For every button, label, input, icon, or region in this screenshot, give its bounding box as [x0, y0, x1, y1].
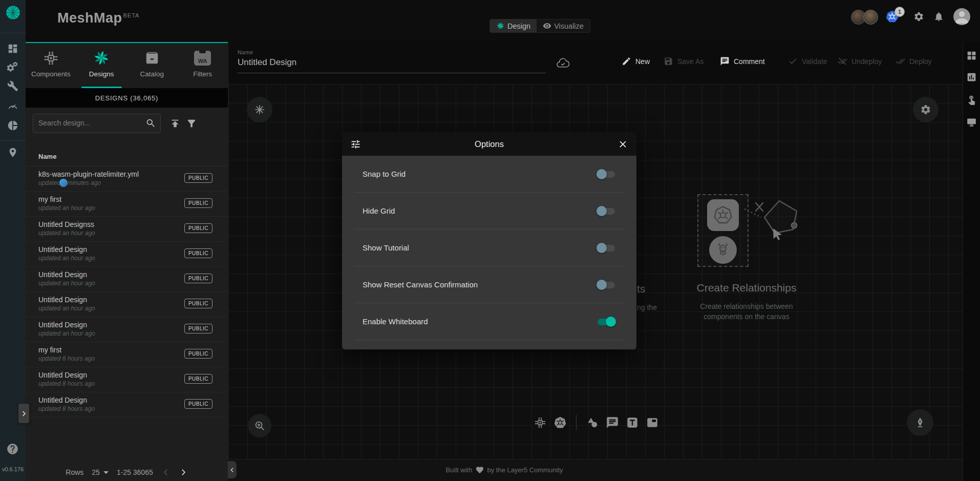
- snowflake-button[interactable]: [247, 97, 272, 122]
- options-modal: Options Snap to Grid Hide Grid Show Tuto…: [342, 132, 636, 349]
- app-name: MeshMap: [57, 10, 122, 26]
- design-mode-label: Design: [507, 22, 530, 30]
- tab-visualize-mode[interactable]: Visualize: [537, 19, 590, 32]
- zoom-button[interactable]: [248, 414, 271, 437]
- wasm-filters-icon: WA: [194, 49, 211, 67]
- catalog-archive-icon: [144, 49, 160, 67]
- floppy-save-icon: [664, 56, 673, 66]
- collaborator-avatar-2[interactable]: [863, 10, 878, 25]
- heart-icon: [475, 466, 484, 474]
- filter-funnel-icon[interactable]: [186, 118, 197, 129]
- text-tool-icon[interactable]: [626, 416, 639, 429]
- undeploy-button-label: Undeploy: [851, 57, 882, 66]
- lifecycle-gears-icon[interactable]: [7, 62, 18, 73]
- touch-icon[interactable]: [966, 94, 977, 105]
- monitor-icon[interactable]: [966, 117, 977, 128]
- bar-chart-icon[interactable]: [966, 72, 977, 82]
- help-icon[interactable]: [6, 443, 19, 455]
- performance-gauge-icon[interactable]: [7, 100, 18, 112]
- panel-expand-chevron[interactable]: [18, 404, 29, 423]
- option-label: Show Reset Canvas Confirmation: [363, 280, 478, 289]
- undeploy-button[interactable]: Undeploy: [838, 56, 882, 66]
- layer5-logo[interactable]: [5, 5, 21, 20]
- rows-per-page-value: 25: [92, 468, 100, 476]
- kubernetes-icon[interactable]: [553, 416, 567, 429]
- upload-design-icon[interactable]: [169, 118, 181, 129]
- show-tutorial-toggle[interactable]: [596, 242, 616, 254]
- components-icon[interactable]: [534, 416, 547, 429]
- bell-icon[interactable]: [933, 11, 944, 22]
- image-tool-icon[interactable]: [646, 416, 659, 429]
- show-reset-canvas-confirmation-toggle[interactable]: [596, 279, 616, 290]
- app-title: MeshMapBETA: [57, 10, 139, 26]
- design-list-item[interactable]: Untitled Designupdated an hour agoPUBLIC: [26, 317, 228, 342]
- enable-whiteboard-toggle[interactable]: [596, 316, 616, 327]
- page-next-button[interactable]: [179, 468, 188, 477]
- design-list-item[interactable]: Untitled Designupdated an hour agoPUBLIC: [26, 267, 228, 292]
- tab-filters[interactable]: WA Filters: [177, 43, 228, 88]
- design-list-item[interactable]: my firstupdated an hour agoPUBLIC: [26, 192, 228, 217]
- tab-components-label: Components: [31, 70, 71, 78]
- design-list-item[interactable]: Untitled Designupdated an hour agoPUBLIC: [26, 292, 228, 317]
- visibility-badge: PUBLIC: [184, 274, 212, 283]
- new-button[interactable]: New: [622, 56, 650, 66]
- design-list-item[interactable]: Untitled Designupdated 8 hours agoPUBLIC: [26, 392, 228, 417]
- design-name-input[interactable]: [238, 57, 546, 73]
- tab-catalog-label: Catalog: [140, 70, 164, 78]
- kubernetes-context-badge: 1: [894, 7, 905, 17]
- options-modal-header: Options: [342, 132, 636, 156]
- comment-icon[interactable]: [606, 416, 619, 429]
- components-icon: [42, 49, 59, 67]
- tab-design-mode[interactable]: Design: [490, 19, 537, 32]
- user-avatar-button[interactable]: [953, 8, 970, 25]
- design-list-item[interactable]: Untitled Designupdated 8 hours agoPUBLIC: [26, 367, 228, 392]
- option-label: Enable Whiteboard: [363, 317, 428, 326]
- search-icon[interactable]: [145, 118, 156, 129]
- tab-components[interactable]: Components: [26, 43, 76, 88]
- grid-view-icon[interactable]: [966, 50, 977, 61]
- meshmap-app: MeshMapBETA Design: [0, 0, 980, 481]
- dashboard-icon[interactable]: [7, 43, 18, 54]
- creature-node-icon: [709, 236, 737, 264]
- option-row-enable-whiteboard: Enable Whiteboard: [354, 303, 624, 340]
- clipped-tutorial-title-fragment: ts: [637, 283, 645, 295]
- page-prev-button[interactable]: [161, 468, 171, 477]
- design-list-item[interactable]: k8s-wasm-plugin-ratelimiter.ymlupdated 3…: [26, 166, 228, 192]
- canvas-toolbar: Name New Save As Comment Validate: [228, 42, 963, 84]
- visibility-badge: PUBLIC: [184, 173, 212, 183]
- option-label: Hide Grid: [363, 206, 395, 215]
- rows-per-page-select[interactable]: 25: [92, 468, 109, 476]
- comment-button[interactable]: Comment: [720, 56, 765, 66]
- gear-icon[interactable]: [913, 11, 924, 22]
- visibility-badge: PUBLIC: [184, 324, 212, 333]
- footer-credit: Built with by the Layer5 Community: [445, 466, 563, 474]
- footer-bar: Built with by the Layer5 Community: [228, 459, 980, 481]
- snap-to-grid-toggle[interactable]: [596, 169, 616, 180]
- meshery-swirl-icon: [496, 22, 505, 30]
- hide-grid-toggle[interactable]: [596, 205, 616, 217]
- footer-suffix: by the Layer5 Community: [487, 466, 563, 474]
- design-list-item[interactable]: Untitled Designupdated an hour agoPUBLIC: [26, 242, 228, 267]
- design-list-item[interactable]: my firstupdated 6 hours agoPUBLIC: [26, 342, 228, 367]
- pen-tool-button[interactable]: [907, 409, 933, 436]
- footer-prefix: Built with: [445, 466, 472, 474]
- deploy-button[interactable]: Deploy: [896, 56, 932, 66]
- validate-button[interactable]: Validate: [788, 56, 827, 66]
- deploy-button-label: Deploy: [909, 57, 932, 66]
- save-as-button[interactable]: Save As: [664, 56, 704, 66]
- footer-collapse-chevron[interactable]: [228, 461, 237, 478]
- panel-tabs: Components Designs: [26, 43, 228, 88]
- tools-icon[interactable]: [7, 80, 18, 92]
- visibility-badge: PUBLIC: [184, 223, 212, 233]
- extensions-pie-icon[interactable]: [7, 120, 18, 131]
- tab-catalog[interactable]: Catalog: [127, 43, 178, 88]
- close-icon[interactable]: [617, 139, 628, 150]
- mode-toggle: Design Visualize: [489, 19, 590, 33]
- tab-designs[interactable]: Designs: [76, 43, 127, 88]
- canvas-settings-button[interactable]: [913, 97, 939, 122]
- new-button-label: New: [635, 57, 650, 66]
- shapes-icon[interactable]: [586, 416, 599, 429]
- search-input[interactable]: [33, 114, 146, 132]
- meshmap-pin-icon[interactable]: [7, 147, 18, 158]
- design-list-item[interactable]: Untitled Designssupdated an hour agoPUBL…: [26, 217, 228, 242]
